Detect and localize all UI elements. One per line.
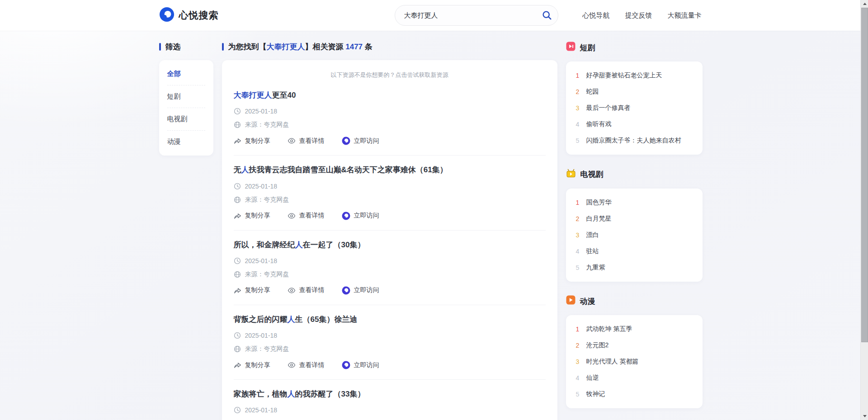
page: 心悦搜索 心悦导航 提交反馈 大额流量卡	[0, 0, 860, 420]
eye-icon	[288, 288, 296, 293]
rank-item[interactable]: 5牧神记	[575, 386, 693, 402]
refresh-notice[interactable]: 以下资源不是你想要的？点击尝试获取新资源	[234, 64, 546, 81]
result-title[interactable]: 大奉打更人更至40	[234, 90, 546, 100]
rankings: 短剧 1好孕甜妻被钻石老公宠上天2蛇园3最后一个修真者4偷听有戏5闪婚京圈太子爷…	[566, 42, 703, 420]
rank-item-label: 闪婚京圈太子爷：夫人她来自农村	[586, 137, 681, 145]
rank-number: 5	[575, 391, 580, 398]
nav-link-data-card[interactable]: 大额流量卡	[668, 11, 702, 20]
rank-number: 4	[575, 374, 580, 382]
globe-icon	[234, 196, 241, 203]
rank-number: 5	[575, 264, 580, 271]
nav-link-feedback[interactable]: 提交反馈	[625, 11, 652, 20]
heading-accent-bar	[159, 43, 161, 51]
rank-item[interactable]: 5闪婚京圈太子爷：夫人她来自农村	[575, 132, 693, 149]
search-input[interactable]	[395, 5, 558, 26]
rank-number: 1	[575, 199, 580, 206]
copy-share-button[interactable]: 复制分享	[234, 361, 270, 369]
rank-number: 4	[575, 121, 580, 128]
rank-group: 动漫 1武动乾坤 第五季2沧元图23时光代理人 英都篇4仙逆5牧神记	[566, 295, 703, 408]
result-actions: 复制分享 查看详情 立即访问	[234, 361, 546, 369]
result-title[interactable]: 家族将亡，植物人的我苏醒了（33集）	[234, 389, 546, 399]
copy-share-button[interactable]: 复制分享	[234, 286, 270, 294]
rank-group-title: 电视剧	[580, 169, 604, 179]
rank-item[interactable]: 4偷听有戏	[575, 116, 693, 132]
rank-item[interactable]: 3最后一个修真者	[575, 100, 693, 116]
rank-item[interactable]: 5九重紫	[575, 260, 693, 276]
filter-item[interactable]: 短剧	[167, 85, 205, 108]
rank-item[interactable]: 3漂白	[575, 227, 693, 243]
filter-card: 全部短剧电视剧动漫	[159, 60, 213, 156]
rank-group-heading: 电视剧	[566, 168, 703, 180]
rank-item-label: 武动乾坤 第五季	[586, 325, 632, 333]
view-detail-button[interactable]: 查看详情	[288, 361, 325, 369]
rank-item-label: 驻站	[586, 247, 599, 255]
rank-item[interactable]: 4仙逆	[575, 370, 693, 386]
visit-now-button[interactable]: 立即访问	[342, 212, 379, 220]
rank-number: 1	[575, 72, 580, 79]
filter-item[interactable]: 全部	[167, 63, 205, 85]
rank-item[interactable]: 2白月梵星	[575, 211, 693, 227]
view-detail-button[interactable]: 查看详情	[288, 212, 325, 220]
logo[interactable]: 心悦搜索	[159, 7, 219, 24]
result-item: 大奉打更人更至40 2025-01-18 来源：夸克网盘 复制分享	[234, 81, 546, 156]
rank-item-label: 时光代理人 英都篇	[586, 358, 639, 366]
result-title[interactable]: 所以，和金牌经纪人在一起了（30集）	[234, 240, 546, 250]
result-title[interactable]: 背叛之后的闪耀人生（65集）徐兰迪	[234, 315, 546, 324]
rank-item[interactable]: 2蛇园	[575, 84, 693, 100]
result-date: 2025-01-18	[245, 332, 278, 339]
results-heading: 为您找到【大奉打更人】相关资源 1477 条	[222, 42, 557, 52]
nav-link-navigation[interactable]: 心悦导航	[583, 11, 610, 20]
scrollbar-thumb[interactable]	[861, 8, 868, 342]
heading-accent-bar	[222, 43, 224, 51]
rank-group-heading: 动漫	[566, 295, 703, 307]
result-date-row: 2025-01-18	[234, 406, 546, 414]
rank-item[interactable]: 1好孕甜妻被钻石老公宠上天	[575, 67, 693, 84]
rank-item[interactable]: 3时光代理人 英都篇	[575, 354, 693, 370]
result-source-row: 来源：夸克网盘	[234, 121, 546, 129]
rank-number: 2	[575, 342, 580, 349]
rank-item[interactable]: 1武动乾坤 第五季	[575, 321, 693, 337]
tv-icon	[566, 168, 576, 180]
scrollbar[interactable]	[860, 0, 868, 420]
view-detail-button[interactable]: 查看详情	[288, 286, 325, 294]
rank-item[interactable]: 4驻站	[575, 243, 693, 260]
share-icon	[234, 287, 241, 294]
share-icon	[234, 212, 241, 219]
rank-item-label: 牧神记	[586, 390, 605, 398]
results-main: 为您找到【大奉打更人】相关资源 1477 条 以下资源不是你想要的？点击尝试获取…	[222, 42, 557, 420]
visit-now-button[interactable]: 立即访问	[342, 286, 379, 295]
rank-card: 1国色芳华2白月梵星3漂白4驻站5九重紫	[566, 189, 703, 282]
rank-number: 1	[575, 326, 580, 333]
rank-item-label: 偷听有戏	[586, 120, 612, 128]
rank-item[interactable]: 1国色芳华	[575, 194, 693, 211]
result-date: 2025-01-18	[245, 108, 278, 115]
visit-now-button[interactable]: 立即访问	[342, 137, 379, 145]
scrollbar-up-button[interactable]	[861, 0, 868, 8]
search-button[interactable]	[542, 10, 552, 20]
rank-item[interactable]: 2沧元图2	[575, 337, 693, 354]
filter-heading-label: 筛选	[165, 42, 181, 52]
share-icon	[234, 137, 241, 144]
filter-item[interactable]: 动漫	[167, 131, 205, 153]
rank-item-label: 蛇园	[586, 88, 599, 96]
filter-item[interactable]: 电视剧	[167, 108, 205, 131]
result-source: 来源：夸克网盘	[245, 345, 289, 353]
result-title[interactable]: 无人扶我青云志我自踏雪至山巅&名动天下之家事难休（61集）	[234, 165, 546, 175]
rank-number: 3	[575, 104, 580, 112]
rank-number: 3	[575, 231, 580, 239]
scrollbar-down-button[interactable]	[861, 412, 868, 420]
rank-group-heading: 短剧	[566, 42, 703, 53]
rank-number: 2	[575, 88, 580, 95]
view-detail-button[interactable]: 查看详情	[288, 137, 325, 145]
result-item: 所以，和金牌经纪人在一起了（30集） 2025-01-18 来源：夸克网盘 复制…	[234, 231, 546, 305]
visit-now-button[interactable]: 立即访问	[342, 361, 379, 369]
copy-share-button[interactable]: 复制分享	[234, 137, 270, 145]
filter-heading: 筛选	[159, 42, 213, 52]
result-source: 来源：夸克网盘	[245, 196, 289, 204]
copy-share-button[interactable]: 复制分享	[234, 212, 270, 220]
result-item: 家族将亡，植物人的我苏醒了（33集） 2025-01-18	[234, 380, 546, 420]
quark-disk-icon	[342, 212, 350, 220]
results-count: 1477	[345, 42, 363, 51]
result-source-row: 来源：夸克网盘	[234, 196, 546, 204]
arrow-down-icon	[863, 415, 867, 417]
